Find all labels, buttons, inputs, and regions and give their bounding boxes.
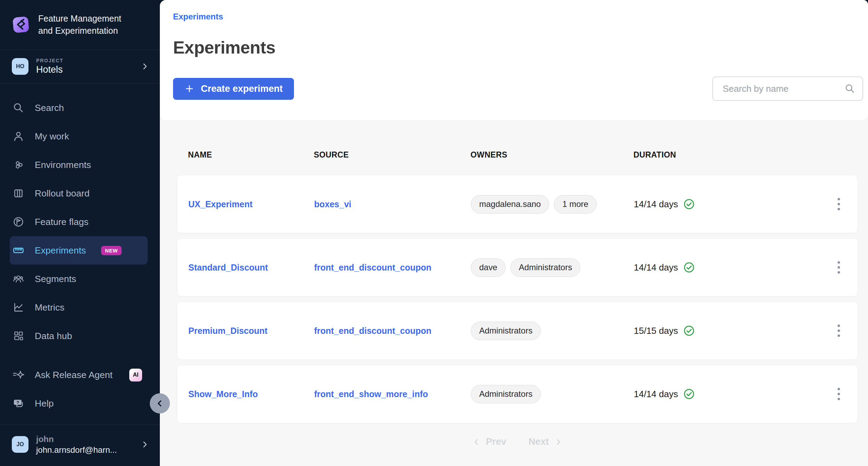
next-label: Next [529,436,549,447]
owner-chip[interactable]: Administrators [510,258,580,277]
owner-chip[interactable]: dave [471,258,506,277]
project-label: PROJECT [36,58,64,63]
sidebar-item-label: Search [35,103,64,113]
owner-more-chip[interactable]: 1 more [554,195,597,214]
ai-badge: AI [129,369,142,381]
user-email: john.arnsdorf@harn... [36,445,117,455]
sidebar-item-label: Feature flags [35,217,89,227]
experiment-name-link[interactable]: Premium_Discount [188,326,314,336]
sidebar: Feature Management and Experimentation H… [0,0,160,466]
column-header-owners: OWNERS [470,150,633,160]
column-header-source: SOURCE [314,150,470,160]
user-avatar: JO [12,436,28,453]
chevron-left-icon [155,399,164,408]
sidebar-item-metrics[interactable]: Metrics [10,293,148,322]
sidebar-item-rollout-board[interactable]: Rollout board [10,179,148,208]
sidebar-item-ask-release-agent[interactable]: Ask Release Agent AI [10,361,148,389]
project-selector[interactable]: HO PROJECT Hotels [0,50,160,83]
environments-icon [13,159,24,171]
project-avatar: HO [12,58,28,75]
search-icon [13,102,24,114]
breadcrumb[interactable]: Experiments [173,12,223,22]
experiment-source-link[interactable]: front_end_show_more_info [314,389,471,399]
column-header-name: NAME [188,150,314,160]
owner-chip[interactable]: Administrators [471,322,541,340]
user-name: john [36,434,117,444]
app-title: Feature Management and Experimentation [38,13,121,37]
sidebar-item-label: Segments [35,274,76,284]
owners-cell: dave Administrators [471,258,634,277]
experiment-name-link[interactable]: Show_More_Info [188,389,314,399]
duration-text: 14/14 days [634,389,678,400]
owners-cell: Administrators [471,385,634,403]
row-menu-button[interactable] [831,384,846,404]
check-circle-icon [683,262,695,273]
check-circle-icon [683,388,695,400]
kebab-icon [837,198,841,211]
sidebar-item-label: Ask Release Agent [35,370,113,380]
sidebar-item-label: Data hub [35,331,72,342]
sidebar-item-search[interactable]: Search [10,94,148,122]
experiment-source-link[interactable]: boxes_vi [314,199,471,209]
duration-cell: 14/14 days [634,198,831,210]
sidebar-item-experiments[interactable]: Experiments NEW [10,236,148,265]
sidebar-item-help[interactable]: ? Help [10,389,148,418]
table-row: Premium_Discount front_end_discount_coup… [177,302,858,360]
page-title: Experiments [173,38,863,58]
sidebar-item-label: Environments [35,160,91,170]
owner-chip[interactable]: Administrators [471,385,541,403]
search-input[interactable] [723,83,840,94]
duration-text: 14/14 days [634,262,678,273]
chevron-left-icon [472,437,481,447]
prev-label: Prev [486,436,506,447]
search-icon [844,83,855,94]
owner-chip[interactable]: magdalena.sano [471,195,549,214]
kebab-icon [837,324,841,337]
kebab-icon [837,387,841,401]
owners-cell: Administrators [471,322,634,340]
sidebar-item-my-work[interactable]: My work [10,122,148,151]
sidebar-item-feature-flags[interactable]: Feature flags [10,208,148,236]
new-badge: NEW [101,246,122,255]
sparkle-icon [13,369,24,381]
search-box [712,77,863,101]
user-menu[interactable]: JO john john.arnsdorf@harn... [0,425,160,466]
plus-icon [184,83,195,94]
row-menu-button[interactable] [831,194,846,215]
sidebar-footer: Ask Release Agent AI ? Help [0,361,160,418]
help-chat-icon: ? [13,397,24,409]
sidebar-item-label: Help [35,398,54,409]
chevron-right-icon [140,440,149,449]
duration-text: 15/15 days [634,326,678,336]
table-row: Standard_Discount front_end_discount_cou… [177,238,858,297]
chevron-right-icon [140,62,149,71]
svg-text:?: ? [16,400,19,405]
sidebar-item-segments[interactable]: Segments [10,265,148,293]
experiment-name-link[interactable]: Standard_Discount [188,263,314,273]
experiment-source-link[interactable]: front_end_discount_coupon [314,263,471,273]
sidebar-item-environments[interactable]: Environments [10,151,148,179]
next-button[interactable]: Next [529,436,563,447]
row-menu-button[interactable] [831,320,846,341]
duration-cell: 15/15 days [634,325,831,337]
feature-flags-icon [13,216,24,228]
prev-button[interactable]: Prev [472,436,506,447]
experiment-source-link[interactable]: front_end_discount_coupon [314,326,471,336]
sidebar-nav: Search My work Environments Rollout bo [0,94,160,350]
sidebar-collapse-button[interactable] [150,393,170,413]
table-row: Show_More_Info front_end_show_more_info … [177,365,858,423]
duration-cell: 14/14 days [634,388,831,400]
sidebar-item-label: My work [35,131,69,142]
sidebar-item-data-hub[interactable]: Data hub [10,322,148,350]
create-experiment-label: Create experiment [201,83,283,94]
page-header: Experiments Experiments Create experimen… [160,0,868,120]
row-menu-button[interactable] [831,257,846,278]
create-experiment-button[interactable]: Create experiment [173,78,294,100]
table-row: UX_Experiment boxes_vi magdalena.sano 1 … [177,175,858,233]
user-icon [13,130,24,142]
chevron-right-icon [554,437,563,447]
sidebar-item-label: Metrics [35,302,64,313]
experiment-name-link[interactable]: UX_Experiment [188,199,314,209]
metrics-icon [13,302,24,313]
app-logo-icon [12,16,30,34]
